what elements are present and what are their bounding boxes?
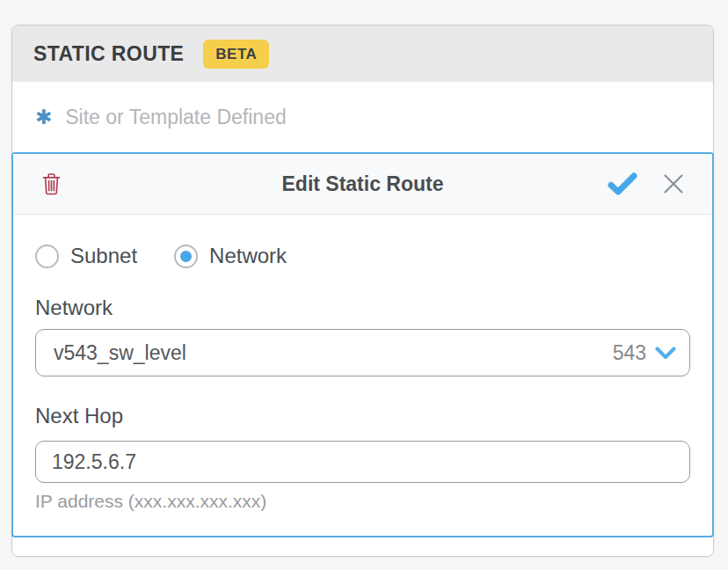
confirm-button[interactable] [608, 172, 637, 195]
vlan-id-badge: 543 [613, 341, 646, 365]
static-route-card: STATIC ROUTE BETA ✱ Site or Template Def… [11, 25, 714, 557]
radio-network[interactable]: Network [174, 244, 287, 268]
trash-icon [42, 172, 61, 195]
edit-static-route-panel: Edit Static Route [11, 152, 714, 537]
radio-network-label: Network [209, 244, 287, 268]
editor-body: Subnet Network Network v543_sw_level 543 [13, 215, 712, 512]
network-field: Network v543_sw_level 543 [35, 296, 690, 376]
delete-button[interactable] [42, 172, 61, 195]
card-title: STATIC ROUTE [33, 42, 184, 66]
check-icon [608, 172, 637, 195]
next-hop-field: Next Hop IP address (xxx.xxx.xxx.xxx) [35, 404, 690, 512]
card-footer [12, 537, 713, 556]
network-dropdown[interactable]: v543_sw_level 543 [35, 329, 690, 376]
editor-actions [608, 172, 685, 195]
radio-network-circle [174, 245, 198, 268]
next-hop-field-label: Next Hop [35, 404, 690, 428]
radio-subnet-circle [35, 245, 59, 268]
chevron-down-icon [655, 347, 676, 360]
next-hop-helper-text: IP address (xxx.xxx.xxx.xxx) [35, 491, 690, 512]
route-type-radio-group: Subnet Network [35, 244, 690, 268]
radio-subnet[interactable]: Subnet [35, 244, 137, 268]
next-hop-input[interactable] [35, 441, 690, 483]
radio-subnet-label: Subnet [70, 244, 137, 268]
x-icon [662, 172, 685, 195]
beta-badge: BETA [203, 40, 269, 69]
asterisk-icon: ✱ [35, 107, 52, 128]
site-template-defined-row[interactable]: ✱ Site or Template Defined [12, 82, 713, 152]
network-dropdown-value: v543_sw_level [54, 341, 186, 365]
network-field-label: Network [35, 296, 690, 320]
editor-header: Edit Static Route [13, 154, 712, 215]
editor-title: Edit Static Route [281, 172, 443, 196]
close-button[interactable] [662, 172, 685, 195]
site-defined-label: Site or Template Defined [65, 106, 286, 129]
card-header: STATIC ROUTE BETA [12, 26, 713, 82]
